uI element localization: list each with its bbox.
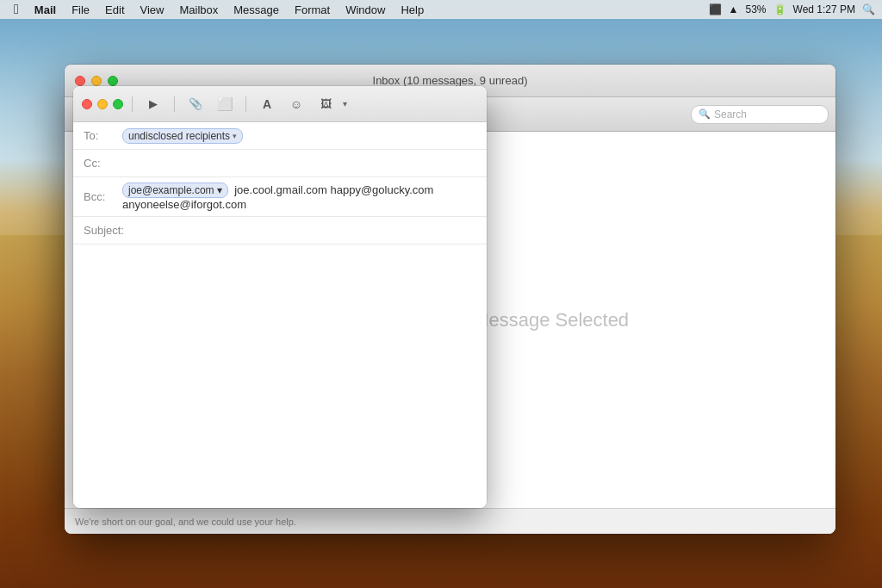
compose-toolbar: ▶ 📎 ⬜ A ☺ 🖼 ▾: [73, 86, 487, 122]
compose-sep-2: [174, 96, 175, 112]
compose-maximize-button[interactable]: [113, 99, 123, 109]
image-icon: 🖼: [320, 97, 332, 110]
close-button[interactable]: [75, 76, 85, 86]
menubar-message[interactable]: Message: [227, 3, 286, 17]
bcc-token[interactable]: joe@example.com ▾: [122, 183, 228, 198]
photo-browser-button[interactable]: ⬜: [213, 93, 237, 115]
photo-browser-icon: ⬜: [217, 96, 233, 112]
attach-button[interactable]: 📎: [183, 93, 208, 115]
battery-percent: 53%: [745, 3, 766, 15]
send-icon: ▶: [149, 97, 158, 110]
menubar:  Mail File Edit View Mailbox Message Fo…: [0, 0, 882, 19]
airplay-icon: ⬛: [709, 3, 722, 15]
to-value[interactable]: undisclosed recipients ▾: [122, 128, 476, 144]
compose-sep-1: [132, 96, 133, 112]
menubar-right: ⬛ ▲ 53% 🔋 Wed 1:27 PM 🔍: [709, 3, 875, 15]
compose-body[interactable]: [73, 244, 487, 508]
traffic-lights: [75, 76, 118, 86]
preview-bar: We're short on our goal, and we could us…: [65, 508, 835, 534]
subject-label: Subject:: [84, 224, 124, 237]
menubar-format[interactable]: Format: [288, 3, 337, 17]
font-icon: A: [263, 97, 271, 111]
minimize-button[interactable]: [91, 76, 102, 86]
search-placeholder: Search: [714, 108, 747, 121]
compose-minimize-button[interactable]: [97, 99, 108, 109]
menubar-left:  Mail File Edit View Mailbox Message Fo…: [7, 2, 431, 17]
menubar-mailbox[interactable]: Mailbox: [172, 3, 225, 17]
compose-window: ▶ 📎 ⬜ A ☺ 🖼 ▾ To:: [73, 86, 487, 508]
battery-icon: 🔋: [773, 3, 786, 15]
compose-traffic-lights: [82, 99, 123, 109]
emoji-icon: ☺: [290, 97, 302, 111]
bcc-label: Bcc:: [84, 190, 122, 203]
menubar-window[interactable]: Window: [339, 3, 392, 17]
window-title: Inbox (10 messages, 9 unread): [373, 74, 528, 87]
bcc-token-chevron: ▾: [217, 184, 222, 196]
compose-sep-3: [245, 96, 246, 112]
apple-menu[interactable]: : [7, 2, 26, 17]
image-chevron[interactable]: ▾: [343, 99, 347, 108]
to-field[interactable]: To: undisclosed recipients ▾: [73, 122, 487, 150]
menubar-mail[interactable]: Mail: [28, 3, 63, 17]
to-token[interactable]: undisclosed recipients ▾: [122, 128, 243, 144]
bcc-field[interactable]: Bcc: joe@example.com ▾ joe.cool.gmail.co…: [73, 177, 487, 217]
maximize-button[interactable]: [108, 76, 118, 86]
menubar-help[interactable]: Help: [394, 3, 431, 17]
preview-text: We're short on our goal, and we could us…: [75, 517, 296, 527]
search-icon: 🔍: [699, 108, 711, 120]
send-button[interactable]: ▶: [141, 93, 165, 115]
to-label: To:: [84, 129, 122, 142]
cc-field[interactable]: Cc:: [73, 150, 487, 177]
menubar-file[interactable]: File: [65, 3, 96, 17]
to-token-chevron: ▾: [233, 132, 237, 140]
compose-form: To: undisclosed recipients ▾ Cc: Bcc:: [73, 122, 487, 508]
datetime: Wed 1:27 PM: [793, 3, 855, 15]
font-button[interactable]: A: [255, 93, 279, 115]
emoji-button[interactable]: ☺: [284, 93, 308, 115]
menubar-view[interactable]: View: [134, 3, 171, 17]
image-button[interactable]: 🖼: [314, 93, 338, 115]
compose-close-button[interactable]: [82, 99, 92, 109]
menubar-edit[interactable]: Edit: [98, 3, 131, 17]
spotlight-icon[interactable]: 🔍: [862, 3, 875, 15]
search-box[interactable]: 🔍 Search: [691, 105, 829, 124]
bcc-token-text: joe@example.com: [128, 184, 214, 196]
bcc-value[interactable]: joe@example.com ▾ joe.cool.gmail.com hap…: [122, 183, 476, 211]
desktop:  Mail File Edit View Mailbox Message Fo…: [0, 0, 882, 588]
cc-label: Cc:: [84, 157, 122, 170]
to-token-text: undisclosed recipients: [128, 130, 230, 142]
attach-icon: 📎: [189, 97, 202, 110]
subject-field[interactable]: Subject:: [73, 217, 487, 244]
wifi-icon: ▲: [729, 3, 739, 15]
